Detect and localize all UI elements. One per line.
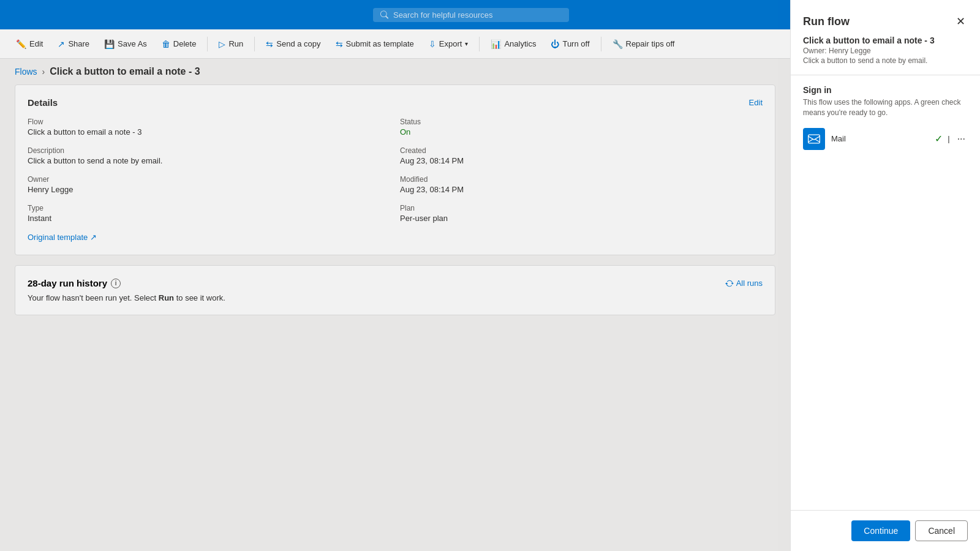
modified-label: Modified <box>400 175 763 184</box>
run-panel-mail-icon <box>803 128 825 150</box>
content-area: Details Edit Flow Click a button to emai… <box>0 84 790 550</box>
sign-in-description: This flow uses the following apps. A gre… <box>803 97 968 118</box>
run-history-card: 28-day run history i All runs Your flow … <box>15 265 775 315</box>
external-link-icon: ↗ <box>90 233 97 242</box>
edit-icon: ✏️ <box>16 39 26 49</box>
run-button[interactable]: ▷ Run <box>213 36 249 53</box>
cancel-button[interactable]: Cancel <box>915 520 968 541</box>
wrench-icon: 🔧 <box>612 39 623 49</box>
modified-value: Aug 23, 08:14 PM <box>400 185 763 194</box>
sign-in-title: Sign in <box>803 85 968 95</box>
power-icon: ⏻ <box>551 39 559 49</box>
cursor-indicator: | <box>948 134 949 143</box>
mail-connection-left: Mail <box>803 128 846 150</box>
details-grid: Flow Click a button to email a note - 3 … <box>28 118 763 223</box>
details-edit-button[interactable]: Edit <box>749 98 763 107</box>
detail-owner: Owner Henry Legge <box>28 175 390 194</box>
search-input[interactable] <box>393 10 562 20</box>
run-history-title: 28-day run history i <box>28 278 121 288</box>
submit-template-button[interactable]: ⇆ Submit as template <box>330 36 420 53</box>
run-icon: ▷ <box>219 39 225 49</box>
toolbar-separator <box>207 37 208 51</box>
run-panel-owner: Owner: Henry Legge <box>803 47 968 55</box>
mail-connection-row: Mail ✓ | ··· <box>803 128 968 150</box>
edit-button[interactable]: ✏️ Edit <box>10 36 49 53</box>
created-label: Created <box>400 146 763 155</box>
repair-tips-button[interactable]: 🔧 Repair tips off <box>606 36 681 53</box>
run-panel-title: Run flow <box>803 15 850 28</box>
type-value: Instant <box>28 214 390 223</box>
export-button[interactable]: ⇩ Export ▾ <box>423 36 475 53</box>
owner-value: Henry Legge <box>28 185 390 194</box>
breadcrumb-parent[interactable]: Flows <box>15 67 37 77</box>
breadcrumb-current: Click a button to email a note - 3 <box>50 66 200 77</box>
turn-off-button[interactable]: ⏻ Turn off <box>545 36 595 53</box>
toolbar-separator-4 <box>601 37 601 51</box>
run-panel-title-row: Run flow ✕ <box>803 12 968 31</box>
mail-ellipsis-button[interactable]: ··· <box>955 132 968 146</box>
detail-status: Status On <box>400 118 763 137</box>
run-empty-text: Your flow hasn't been run yet. Select Ru… <box>28 293 763 302</box>
send-copy-button[interactable]: ⇆ Send a copy <box>260 36 326 53</box>
toolbar-separator-2 <box>254 37 255 51</box>
run-panel-subtitle: Click a button to email a note - 3 <box>803 36 968 45</box>
delete-button[interactable]: 🗑 Delete <box>156 36 203 53</box>
all-runs-button[interactable]: All runs <box>725 279 763 288</box>
detail-modified: Modified Aug 23, 08:14 PM <box>400 175 763 194</box>
run-flow-panel: Run flow ✕ Click a button to email a not… <box>790 0 980 551</box>
detail-type: Type Instant <box>28 204 390 223</box>
flow-label: Flow <box>28 118 390 126</box>
description-label: Description <box>28 146 390 155</box>
continue-button[interactable]: Continue <box>851 520 910 541</box>
search-icon <box>380 10 388 19</box>
share-icon: ↗ <box>58 39 65 49</box>
plan-label: Plan <box>400 204 763 212</box>
run-panel-mail-name: Mail <box>831 134 846 143</box>
run-panel-footer: Continue Cancel <box>791 510 980 551</box>
export-chevron-icon: ▾ <box>465 40 468 47</box>
run-history-info-icon[interactable]: i <box>111 279 121 288</box>
run-panel-body: Sign in This flow uses the following app… <box>791 75 980 510</box>
sign-in-section: Sign in This flow uses the following app… <box>803 85 968 150</box>
run-panel-desc: Click a button to send a note by email. <box>803 56 968 65</box>
details-card: Details Edit Flow Click a button to emai… <box>15 84 775 255</box>
flow-value: Click a button to email a note - 3 <box>28 127 390 137</box>
plan-value: Per-user plan <box>400 214 763 223</box>
toolbar-separator-3 <box>479 37 480 51</box>
details-title: Details <box>28 97 58 108</box>
original-template-link[interactable]: Original template ↗ <box>28 233 97 242</box>
template-icon: ⇆ <box>336 39 343 49</box>
send-icon: ⇆ <box>266 39 273 49</box>
mail-connection-actions: ✓ | ··· <box>935 132 968 146</box>
run-panel-close-button[interactable]: ✕ <box>954 12 968 31</box>
detail-plan: Plan Per-user plan <box>400 204 763 223</box>
analytics-button[interactable]: 📊 Analytics <box>484 36 542 53</box>
share-button[interactable]: ↗ Share <box>51 36 96 53</box>
details-card-header: Details Edit <box>28 97 763 108</box>
analytics-icon: 📊 <box>491 39 501 49</box>
save-icon: 💾 <box>104 39 115 49</box>
refresh-icon <box>725 279 734 288</box>
breadcrumb-separator: › <box>42 67 45 77</box>
save-as-button[interactable]: 💾 Save As <box>98 36 153 53</box>
export-icon: ⇩ <box>429 39 436 49</box>
delete-icon: 🗑 <box>162 39 170 49</box>
owner-label: Owner <box>28 175 390 184</box>
search-box[interactable] <box>373 8 569 22</box>
created-value: Aug 23, 08:14 PM <box>400 156 763 165</box>
status-value: On <box>400 127 763 137</box>
type-label: Type <box>28 204 390 212</box>
description-value: Click a button to send a note by email. <box>28 156 390 165</box>
detail-flow: Flow Click a button to email a note - 3 <box>28 118 390 137</box>
run-panel-header: Run flow ✕ Click a button to email a not… <box>791 0 980 75</box>
run-history-header: 28-day run history i All runs <box>28 278 763 288</box>
check-icon: ✓ <box>935 133 943 144</box>
detail-created: Created Aug 23, 08:14 PM <box>400 146 763 165</box>
detail-description: Description Click a button to send a not… <box>28 146 390 165</box>
status-label: Status <box>400 118 763 126</box>
